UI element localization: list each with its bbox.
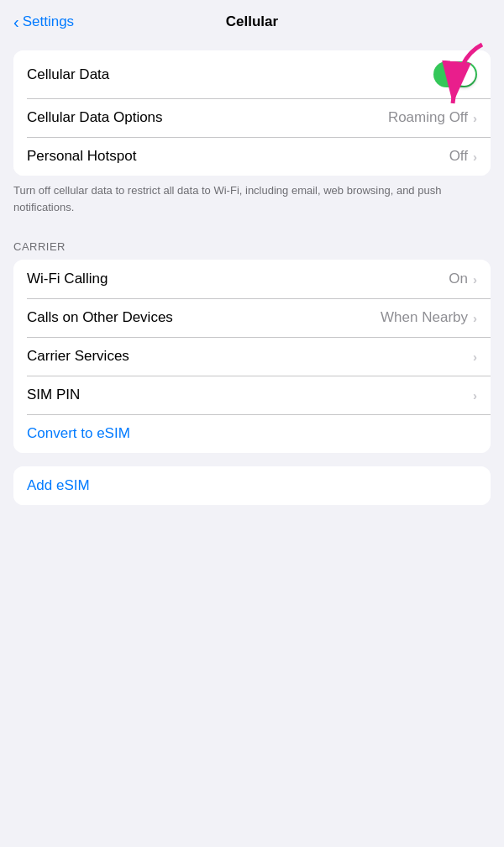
convert-esim-label: Convert to eSIM [27, 425, 130, 442]
personal-hotspot-right: Off › [449, 148, 477, 165]
carrier-services-right: › [473, 350, 477, 364]
cellular-data-toggle-container [433, 61, 477, 87]
chevron-right-icon-5: › [473, 350, 477, 364]
add-esim-label: Add eSIM [27, 477, 90, 494]
nav-title: Cellular [226, 13, 278, 30]
personal-hotspot-label: Personal Hotspot [27, 148, 136, 165]
wifi-calling-row[interactable]: Wi-Fi Calling On › [13, 260, 491, 298]
chevron-right-icon-3: › [473, 272, 477, 287]
cellular-data-options-row[interactable]: Cellular Data Options Roaming Off › [13, 98, 491, 137]
wifi-calling-value: On [449, 271, 468, 287]
calls-other-devices-row[interactable]: Calls on Other Devices When Nearby › [13, 298, 491, 337]
sim-pin-right: › [473, 388, 477, 402]
cellular-description: Turn off cellular data to restrict all d… [13, 182, 491, 215]
cellular-data-options-value: Roaming Off [388, 109, 468, 126]
cellular-data-options-right: Roaming Off › [388, 109, 477, 126]
add-esim-group: Add eSIM [13, 466, 491, 505]
carrier-section-header: CARRIER [13, 227, 491, 253]
sim-pin-label: SIM PIN [27, 387, 80, 403]
sim-pin-row[interactable]: SIM PIN › [13, 376, 491, 414]
calls-other-devices-label: Calls on Other Devices [27, 309, 173, 326]
toggle-knob [453, 63, 475, 86]
chevron-right-icon-2: › [473, 150, 477, 164]
cellular-settings-group: Cellular Data Cellular Data Options Roam… [13, 50, 491, 176]
calls-other-devices-right: When Nearby › [381, 309, 477, 326]
cellular-data-toggle[interactable] [433, 61, 477, 87]
cellular-data-label: Cellular Data [27, 66, 109, 83]
chevron-right-icon-6: › [473, 388, 477, 402]
wifi-calling-label: Wi-Fi Calling [27, 271, 108, 287]
nav-back-button[interactable]: ‹ Settings [13, 13, 74, 32]
nav-bar: ‹ Settings Cellular [0, 0, 504, 44]
chevron-right-icon-4: › [473, 311, 477, 325]
calls-other-devices-value: When Nearby [381, 309, 468, 326]
personal-hotspot-value: Off [449, 148, 468, 165]
convert-esim-row[interactable]: Convert to eSIM [13, 414, 491, 453]
back-chevron-icon: ‹ [13, 13, 19, 32]
chevron-right-icon: › [473, 111, 477, 125]
carrier-settings-group: Wi-Fi Calling On › Calls on Other Device… [13, 260, 491, 453]
wifi-calling-right: On › [449, 271, 477, 287]
personal-hotspot-row[interactable]: Personal Hotspot Off › [13, 137, 491, 176]
cellular-data-options-label: Cellular Data Options [27, 109, 163, 126]
carrier-services-label: Carrier Services [27, 348, 129, 365]
nav-back-label: Settings [23, 13, 74, 30]
carrier-services-row[interactable]: Carrier Services › [13, 337, 491, 376]
cellular-data-row[interactable]: Cellular Data [13, 50, 491, 98]
add-esim-row[interactable]: Add eSIM [13, 466, 491, 505]
